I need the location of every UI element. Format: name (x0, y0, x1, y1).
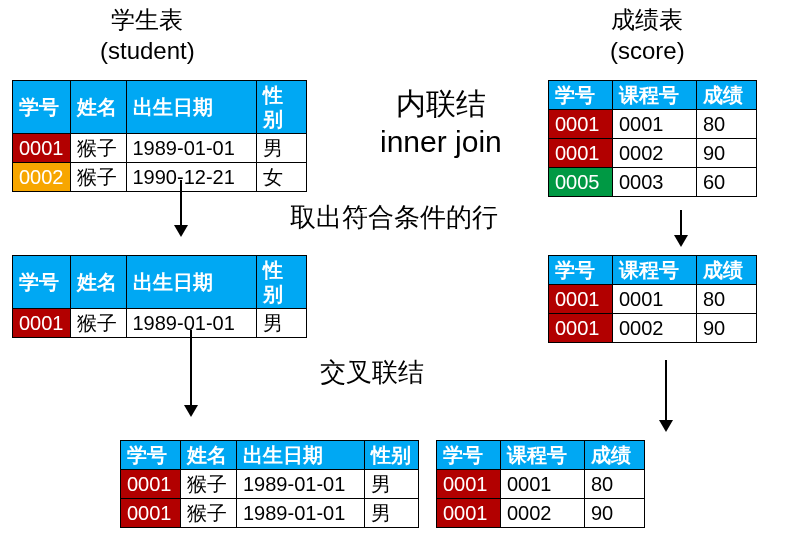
cell-name: 猴子 (181, 499, 237, 528)
arrow-icon (665, 360, 667, 430)
cell-dob: 1989-01-01 (237, 499, 365, 528)
cell-name: 猴子 (70, 163, 126, 192)
cell-dob: 1989-01-01 (126, 134, 256, 163)
col-grade: 成绩 (585, 441, 645, 470)
cell-id: 0001 (549, 139, 613, 168)
col-dob: 出生日期 (126, 256, 256, 309)
cell-id: 0001 (121, 470, 181, 499)
cell-grade: 90 (585, 499, 645, 528)
col-dob: 出生日期 (237, 441, 365, 470)
cell-id: 0001 (13, 309, 71, 338)
arrow-icon (680, 210, 682, 245)
cell-sex: 男 (365, 470, 419, 499)
inner-join-label: 内联结 inner join (380, 84, 502, 159)
col-grade: 成绩 (697, 81, 757, 110)
cell-dob: 1990-12-21 (126, 163, 256, 192)
cell-sex: 男 (256, 309, 306, 338)
student-title-cn: 学生表 (111, 6, 183, 33)
table-row: 0001000180 (437, 470, 645, 499)
cell-course: 0001 (613, 110, 697, 139)
table-header-row: 学号 姓名 出生日期 性别 (13, 256, 307, 309)
table-header-row: 学号 课程号 成绩 (549, 81, 757, 110)
col-course: 课程号 (613, 256, 697, 285)
cell-grade: 80 (697, 285, 757, 314)
cell-grade: 90 (697, 314, 757, 343)
col-id: 学号 (13, 81, 71, 134)
col-name: 姓名 (181, 441, 237, 470)
cell-course: 0001 (613, 285, 697, 314)
cross-join-label: 交叉联结 (320, 355, 424, 390)
table-row: 0001000180 (549, 110, 757, 139)
cell-grade: 60 (697, 168, 757, 197)
col-name: 姓名 (70, 256, 126, 309)
col-sex: 性别 (365, 441, 419, 470)
student-table-mid: 学号 姓名 出生日期 性别 0001猴子1989-01-01男 (12, 255, 307, 338)
col-id: 学号 (549, 81, 613, 110)
table-row: 0001000290 (437, 499, 645, 528)
col-id: 学号 (13, 256, 71, 309)
table-row: 0001猴子1989-01-01男 (13, 134, 307, 163)
table-row: 0001000290 (549, 139, 757, 168)
student-table-title: 学生表 (student) (100, 4, 195, 66)
cell-grade: 80 (697, 110, 757, 139)
table-row: 0001000290 (549, 314, 757, 343)
table-header-row: 学号 课程号 成绩 (437, 441, 645, 470)
col-sex: 性别 (256, 81, 306, 134)
inner-join-en: inner join (380, 125, 502, 158)
col-id: 学号 (437, 441, 501, 470)
col-sex: 性别 (256, 256, 306, 309)
table-row: 0005000360 (549, 168, 757, 197)
score-title-cn: 成绩表 (611, 6, 683, 33)
arrow-icon (180, 180, 182, 235)
cell-id: 0001 (121, 499, 181, 528)
student-table-top: 学号 姓名 出生日期 性别 0001猴子1989-01-01男0002猴子199… (12, 80, 307, 192)
cell-id: 0001 (549, 110, 613, 139)
cell-sex: 女 (256, 163, 306, 192)
col-id: 学号 (121, 441, 181, 470)
student-table-bottom: 学号 姓名 出生日期 性别 0001猴子1989-01-01男0001猴子198… (120, 440, 419, 528)
inner-join-cn: 内联结 (396, 87, 486, 120)
cell-name: 猴子 (181, 470, 237, 499)
col-id: 学号 (549, 256, 613, 285)
col-course: 课程号 (501, 441, 585, 470)
table-row: 0001猴子1989-01-01男 (13, 309, 307, 338)
cell-id: 0001 (13, 134, 71, 163)
score-table-top: 学号 课程号 成绩 000100018000010002900005000360 (548, 80, 757, 197)
score-title-en: (score) (610, 37, 685, 64)
table-header-row: 学号 姓名 出生日期 性别 (121, 441, 419, 470)
score-table-title: 成绩表 (score) (610, 4, 685, 66)
col-course: 课程号 (613, 81, 697, 110)
col-dob: 出生日期 (126, 81, 256, 134)
cell-id: 0001 (437, 470, 501, 499)
score-table-mid: 学号 课程号 成绩 00010001800001000290 (548, 255, 757, 343)
filter-label: 取出符合条件的行 (290, 200, 498, 235)
table-header-row: 学号 课程号 成绩 (549, 256, 757, 285)
cell-course: 0002 (613, 314, 697, 343)
cell-id: 0001 (437, 499, 501, 528)
table-row: 0002猴子1990-12-21女 (13, 163, 307, 192)
score-table-bottom: 学号 课程号 成绩 00010001800001000290 (436, 440, 645, 528)
cell-id: 0005 (549, 168, 613, 197)
cell-id: 0001 (549, 314, 613, 343)
cell-grade: 80 (585, 470, 645, 499)
cell-id: 0001 (549, 285, 613, 314)
cell-grade: 90 (697, 139, 757, 168)
table-row: 0001猴子1989-01-01男 (121, 499, 419, 528)
col-name: 姓名 (70, 81, 126, 134)
cell-name: 猴子 (70, 134, 126, 163)
cell-sex: 男 (256, 134, 306, 163)
cell-dob: 1989-01-01 (237, 470, 365, 499)
arrow-icon (190, 330, 192, 415)
cell-name: 猴子 (70, 309, 126, 338)
table-row: 0001000180 (549, 285, 757, 314)
cell-course: 0002 (613, 139, 697, 168)
cell-course: 0001 (501, 470, 585, 499)
cell-sex: 男 (365, 499, 419, 528)
student-title-en: (student) (100, 37, 195, 64)
col-grade: 成绩 (697, 256, 757, 285)
table-header-row: 学号 姓名 出生日期 性别 (13, 81, 307, 134)
cell-course: 0003 (613, 168, 697, 197)
cell-id: 0002 (13, 163, 71, 192)
cell-course: 0002 (501, 499, 585, 528)
table-row: 0001猴子1989-01-01男 (121, 470, 419, 499)
